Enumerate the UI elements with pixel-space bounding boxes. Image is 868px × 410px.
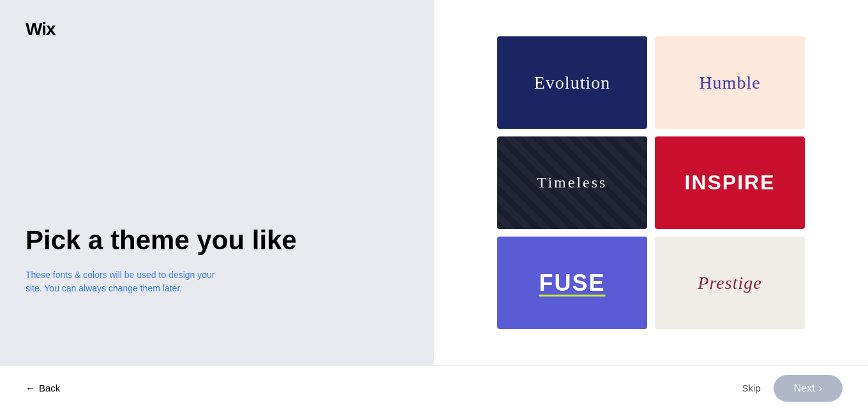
theme-label-humble: Humble bbox=[699, 73, 760, 93]
left-panel: Wix Pick a theme you like These fonts & … bbox=[0, 0, 434, 365]
theme-card-prestige[interactable]: Prestige bbox=[655, 237, 805, 329]
theme-card-evolution[interactable]: Evolution bbox=[497, 36, 647, 129]
right-panel: Evolution Humble Timeless INSPIRE FUSE P… bbox=[434, 0, 868, 365]
page-title: Pick a theme you like bbox=[26, 225, 408, 256]
theme-card-humble[interactable]: Humble bbox=[655, 36, 805, 129]
skip-button[interactable]: Skip bbox=[742, 383, 761, 393]
back-arrow-icon: ← bbox=[26, 383, 35, 393]
theme-label-timeless: Timeless bbox=[537, 174, 608, 191]
theme-label-fuse: FUSE bbox=[539, 270, 605, 297]
theme-grid: Evolution Humble Timeless INSPIRE FUSE P… bbox=[497, 36, 805, 329]
next-arrow-icon: › bbox=[819, 383, 822, 394]
theme-card-fuse[interactable]: FUSE bbox=[497, 237, 647, 329]
next-button[interactable]: Next › bbox=[774, 375, 842, 402]
theme-card-inspire[interactable]: INSPIRE bbox=[655, 136, 805, 229]
back-label: Back bbox=[39, 383, 60, 393]
theme-label-inspire: INSPIRE bbox=[684, 171, 775, 194]
theme-label-evolution: Evolution bbox=[534, 73, 610, 93]
footer-right: Skip Next › bbox=[742, 375, 842, 402]
theme-card-timeless[interactable]: Timeless bbox=[497, 136, 647, 229]
left-content: Pick a theme you like These fonts & colo… bbox=[26, 225, 408, 295]
page-description: These fonts & colors will be used to des… bbox=[26, 268, 230, 295]
wix-logo: Wix bbox=[26, 19, 408, 40]
skip-label: Skip bbox=[742, 383, 761, 393]
next-label: Next bbox=[794, 383, 815, 394]
back-button[interactable]: ← Back bbox=[26, 383, 60, 393]
theme-label-prestige: Prestige bbox=[698, 273, 761, 293]
footer: ← Back Skip Next › bbox=[0, 365, 868, 410]
